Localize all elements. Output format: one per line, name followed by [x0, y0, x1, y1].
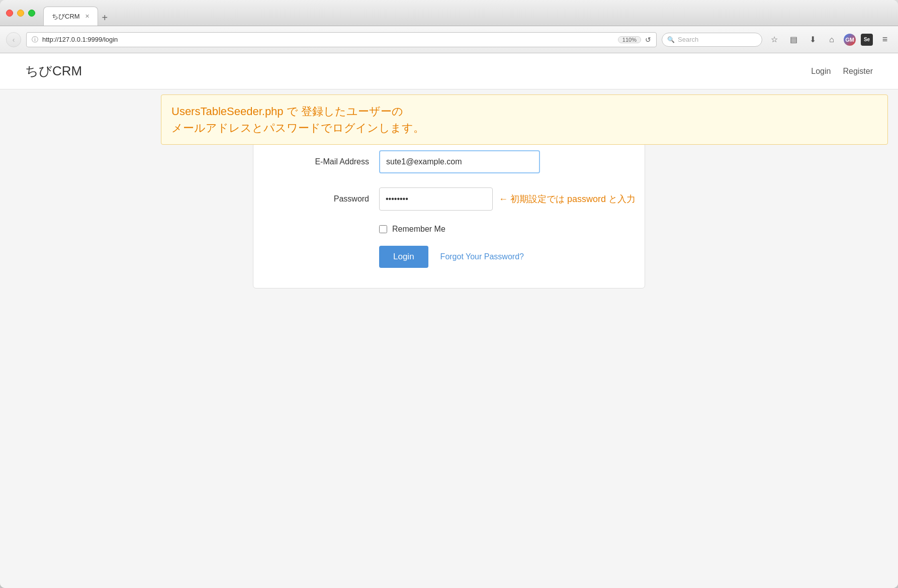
navbar: ‹ ⓘ http://127.0.0.1:9999/login 110% ↺ 🔍…: [0, 26, 898, 53]
traffic-lights: [6, 10, 35, 17]
password-row: Password ← 初期設定では password と入力: [279, 187, 619, 211]
remember-row: Remember Me: [379, 225, 619, 234]
search-icon: 🔍: [667, 36, 675, 43]
maximize-button[interactable]: [28, 10, 35, 17]
home-icon[interactable]: ⌂: [825, 33, 839, 47]
email-row: E-Mail Address: [279, 150, 619, 173]
reload-button[interactable]: ↺: [645, 36, 651, 44]
nav-login-link[interactable]: Login: [811, 67, 831, 76]
app-logo: ちびCRM: [25, 62, 82, 80]
close-button[interactable]: [6, 10, 13, 17]
tab-close-button[interactable]: ✕: [85, 13, 89, 20]
active-tab[interactable]: ちびCRM ✕: [43, 7, 98, 26]
gmail-label: GM: [845, 37, 854, 43]
tab-title: ちびCRM: [52, 12, 80, 21]
search-placeholder: Search: [678, 36, 698, 43]
gmail-icon[interactable]: GM: [844, 34, 856, 46]
main-content: Login UsersTableSeeder.php で 登録したユーザーの メ…: [0, 89, 898, 304]
tooltip-line1: UsersTableSeeder.php で 登録したユーザーの: [253, 105, 645, 120]
back-icon: ‹: [13, 36, 15, 44]
zoom-badge: 110%: [618, 36, 641, 43]
tooltip-overlay: UsersTableSeeder.php で 登録したユーザーの メールアドレス…: [253, 105, 645, 145]
app-nav: Login Register: [811, 67, 873, 76]
remember-label: Remember Me: [392, 225, 445, 234]
titlebar: ちびCRM ✕ +: [0, 0, 898, 26]
password-input[interactable]: [379, 187, 493, 211]
page-content: ちびCRM Login Register Login UsersTableSee…: [0, 53, 898, 588]
info-icon: ⓘ: [32, 35, 38, 44]
login-card: Login UsersTableSeeder.php で 登録したユーザーの メ…: [253, 105, 645, 288]
remember-checkbox[interactable]: [379, 225, 387, 233]
address-text: http://127.0.0.1:9999/login: [42, 36, 614, 43]
nav-register-link[interactable]: Register: [843, 67, 873, 76]
menu-icon[interactable]: ≡: [878, 33, 892, 47]
actions-row: Login Forgot Your Password?: [379, 246, 619, 268]
search-bar[interactable]: 🔍 Search: [662, 33, 762, 47]
password-annotation: ← 初期設定では password と入力: [499, 193, 636, 205]
email-label: E-Mail Address: [279, 157, 369, 166]
tab-area: ちびCRM ✕ +: [43, 0, 892, 26]
app-header: ちびCRM Login Register: [0, 53, 898, 89]
minimize-button[interactable]: [17, 10, 24, 17]
email-input[interactable]: [379, 150, 540, 173]
back-button[interactable]: ‹: [6, 32, 21, 47]
address-bar[interactable]: ⓘ http://127.0.0.1:9999/login 110% ↺: [26, 32, 657, 47]
password-label: Password: [279, 194, 369, 204]
selenium-label: Se: [864, 37, 870, 42]
reader-view-icon[interactable]: ▤: [786, 33, 800, 47]
tooltip-line2: メールアドレスとパスワードでログインします。: [253, 120, 645, 136]
download-icon[interactable]: ⬇: [805, 33, 820, 47]
selenium-icon[interactable]: Se: [861, 34, 873, 46]
forgot-password-link[interactable]: Forgot Your Password?: [440, 252, 524, 261]
bookmark-icon[interactable]: ☆: [767, 33, 781, 47]
login-button[interactable]: Login: [379, 246, 428, 268]
login-card-body: E-Mail Address Password ← 初期設定では passwor…: [253, 135, 645, 288]
new-tab-button[interactable]: +: [98, 12, 112, 24]
